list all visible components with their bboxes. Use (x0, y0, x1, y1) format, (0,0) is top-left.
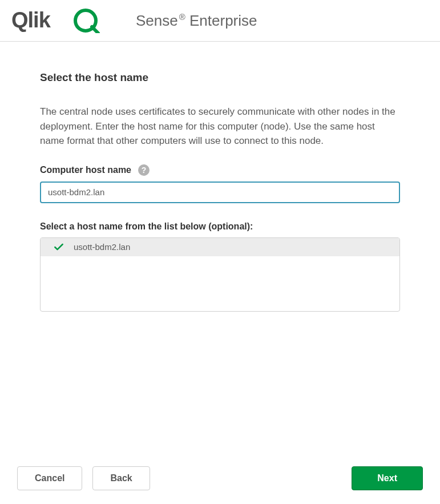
optional-list-label: Select a host name from the list below (… (40, 221, 400, 232)
instructions-text: The central node uses certificates to se… (40, 104, 400, 148)
check-icon (53, 241, 64, 253)
app-title: Sense® Enterprise (136, 12, 257, 30)
back-button[interactable]: Back (92, 466, 150, 490)
app-title-right: Enterprise (185, 12, 257, 29)
next-button[interactable]: Next (352, 466, 423, 490)
cancel-button[interactable]: Cancel (17, 466, 82, 490)
page-title: Select the host name (40, 71, 400, 84)
host-input[interactable] (40, 182, 400, 203)
header: Qlik Sense® Enterprise (0, 0, 440, 42)
svg-line-2 (92, 27, 98, 33)
footer: Cancel Back Next (0, 466, 440, 490)
svg-text:Qlik: Qlik (11, 8, 51, 32)
host-label: Computer host name (40, 165, 131, 175)
list-item-label: usott-bdm2.lan (74, 242, 130, 252)
help-icon[interactable]: ? (138, 164, 150, 176)
list-item[interactable]: usott-bdm2.lan (41, 238, 399, 256)
content: Select the host name The central node us… (0, 42, 440, 312)
app-title-left: Sense (136, 12, 178, 29)
host-label-row: Computer host name ? (40, 164, 400, 176)
brand-logo: Qlik (11, 8, 102, 33)
host-list: usott-bdm2.lan (40, 237, 400, 312)
